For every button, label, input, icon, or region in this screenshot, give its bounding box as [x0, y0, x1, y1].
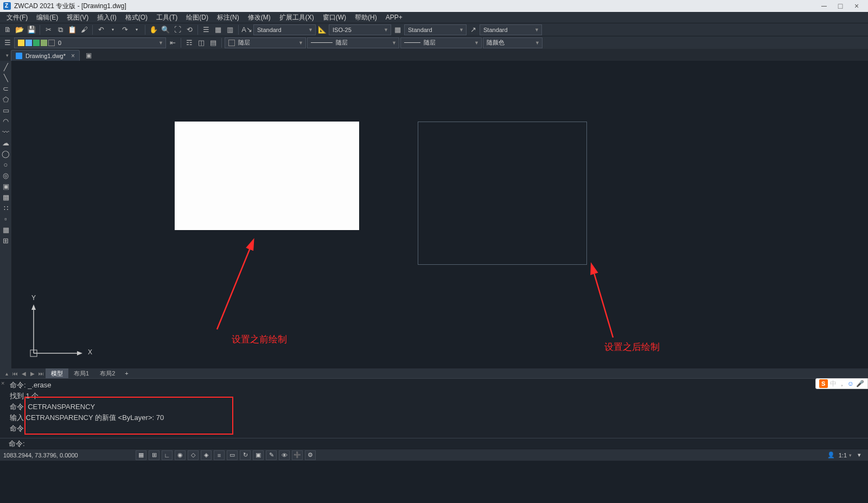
document-tab[interactable]: Drawing1.dwg* ×: [11, 50, 80, 61]
cycle-toggle[interactable]: ↻: [240, 450, 251, 460]
layer-iso-icon[interactable]: ◫: [196, 37, 207, 48]
maximize-button[interactable]: □: [832, 2, 848, 10]
revcloud-icon[interactable]: ☁: [1, 138, 11, 148]
xline-icon[interactable]: ╲: [1, 73, 11, 82]
menu-app[interactable]: APP+: [381, 14, 407, 21]
layer-manager-icon[interactable]: ☰: [2, 37, 13, 48]
spline-icon[interactable]: 〰: [1, 127, 11, 137]
region-icon[interactable]: ▫: [1, 214, 11, 224]
hatch-icon[interactable]: ▩: [1, 192, 11, 202]
point-icon[interactable]: ∷: [1, 203, 11, 213]
cut-icon[interactable]: ✂: [43, 24, 54, 35]
menu-d[interactable]: 绘图(D): [182, 13, 213, 22]
new-icon[interactable]: 🗎: [2, 24, 13, 35]
layer-dropdown[interactable]: 0 ▼: [14, 37, 166, 48]
close-button[interactable]: ×: [848, 2, 865, 10]
minimize-button[interactable]: ─: [816, 2, 832, 10]
grid-toggle[interactable]: ⊞: [149, 450, 159, 460]
paste-icon[interactable]: 📋: [67, 24, 78, 35]
menu-o[interactable]: 格式(O): [121, 13, 152, 22]
annoscale-toggle[interactable]: ✎: [266, 450, 277, 460]
table-style-dropdown[interactable]: Standard▼: [404, 24, 467, 35]
tab-model[interactable]: 模型: [46, 368, 68, 378]
qprop-toggle[interactable]: ⚙: [305, 450, 316, 460]
ime-indicator[interactable]: S 中 ， ☺ 🎤: [815, 378, 868, 389]
tool-palette-icon[interactable]: ▥: [225, 24, 235, 35]
snap-toggle[interactable]: ▦: [136, 450, 146, 460]
donut-icon[interactable]: ◎: [1, 170, 11, 180]
scale-readout[interactable]: 1:1: [839, 452, 847, 459]
polar-toggle[interactable]: ◉: [175, 450, 186, 460]
design-center-icon[interactable]: ▦: [213, 24, 224, 35]
ortho-toggle[interactable]: ∟: [162, 450, 173, 460]
new-tab-button[interactable]: ▣: [83, 50, 94, 61]
dim-style-dropdown[interactable]: ISO-25▼: [329, 24, 391, 35]
menu-x[interactable]: 扩展工具(X): [275, 13, 318, 22]
drawing-canvas[interactable]: 设置之前绘制 设置之后绘制 Y X: [12, 61, 868, 368]
arc-icon[interactable]: ◠: [1, 116, 11, 126]
layout-first-icon[interactable]: ⏮: [11, 369, 20, 378]
zoom-prev-icon[interactable]: ⟲: [184, 24, 195, 35]
menu-e[interactable]: 编辑(E): [32, 13, 62, 22]
rectangle-icon[interactable]: ▭: [1, 105, 11, 115]
mtext-icon[interactable]: ⊞: [1, 235, 11, 245]
line-icon[interactable]: ╱: [1, 62, 11, 72]
undo-icon[interactable]: ↶: [95, 24, 106, 35]
layout-last-icon[interactable]: ⏭: [37, 369, 46, 378]
circle-icon[interactable]: ○: [1, 160, 11, 169]
model-toggle[interactable]: ▣: [253, 450, 264, 460]
layout-prev-icon[interactable]: ◀: [20, 369, 28, 378]
pan-icon[interactable]: ✋: [148, 24, 159, 35]
layout-next-icon[interactable]: ▶: [28, 369, 37, 378]
lwt-toggle[interactable]: ≡: [214, 450, 225, 460]
menu-w[interactable]: 窗口(W): [318, 13, 350, 22]
undo-dropdown-icon[interactable]: ▾: [107, 24, 118, 35]
layer-state-icon[interactable]: ☶: [184, 37, 195, 48]
redo-dropdown-icon[interactable]: ▾: [131, 24, 142, 35]
osnap-toggle[interactable]: ◇: [188, 450, 199, 460]
linetype-dropdown[interactable]: 随层▼: [400, 37, 482, 48]
tab-layout2[interactable]: 布局2: [94, 368, 120, 378]
redo-icon[interactable]: ↷: [119, 24, 130, 35]
dim-style-icon[interactable]: 📐: [317, 24, 328, 35]
otrack-toggle[interactable]: ◈: [201, 450, 212, 460]
polyline-icon[interactable]: ⊂: [1, 84, 11, 93]
people-icon[interactable]: 👤: [826, 450, 837, 460]
dyn-toggle[interactable]: ▭: [227, 450, 238, 460]
text-style-dropdown[interactable]: Standard▼: [253, 24, 316, 35]
lineweight-dropdown[interactable]: 随层▼: [307, 37, 399, 48]
save-icon[interactable]: 💾: [26, 24, 37, 35]
zoom-window-icon[interactable]: ⛶: [172, 24, 183, 35]
menu-m[interactable]: 修改(M): [244, 13, 275, 22]
plotstyle-dropdown[interactable]: 随颜色▼: [483, 37, 542, 48]
close-tab-icon[interactable]: ×: [71, 52, 75, 60]
table-icon[interactable]: ▦: [1, 225, 11, 234]
command-input-row[interactable]: 命令:: [0, 438, 868, 449]
menu-v[interactable]: 视图(V): [62, 13, 93, 22]
menu-h[interactable]: 帮助(H): [350, 13, 381, 22]
block-icon[interactable]: ▣: [1, 181, 11, 191]
layer-prev-icon[interactable]: ⇤: [167, 37, 178, 48]
text-style-icon[interactable]: A↘: [241, 24, 252, 35]
layout-menu-icon[interactable]: ▴: [2, 369, 11, 378]
annovis-toggle[interactable]: 👁: [279, 450, 290, 460]
mleader-style-icon[interactable]: ↗: [468, 24, 478, 35]
status-menu-icon[interactable]: ▾: [854, 450, 865, 460]
menu-t[interactable]: 工具(T): [152, 13, 182, 22]
mleader-style-dropdown[interactable]: Standard▼: [480, 24, 542, 35]
menu-f[interactable]: 文件(F): [2, 13, 32, 22]
menu-n[interactable]: 标注(N): [213, 13, 244, 22]
polygon-icon[interactable]: ⬠: [1, 94, 11, 104]
copy-icon[interactable]: ⧉: [55, 24, 66, 35]
ellipse-icon[interactable]: ◯: [1, 149, 11, 158]
properties-icon[interactable]: ☰: [201, 24, 212, 35]
zoom-icon[interactable]: 🔍: [160, 24, 171, 35]
autoadd-toggle[interactable]: ➕: [292, 450, 303, 460]
match-icon[interactable]: 🖌: [79, 24, 90, 35]
tab-layout1[interactable]: 布局1: [68, 368, 94, 378]
tab-menu-icon[interactable]: ▾: [3, 50, 11, 61]
open-icon[interactable]: 📂: [14, 24, 25, 35]
color-dropdown[interactable]: 随层▼: [225, 37, 306, 48]
menu-i[interactable]: 插入(I): [93, 13, 120, 22]
layer-off-icon[interactable]: ▤: [208, 37, 219, 48]
